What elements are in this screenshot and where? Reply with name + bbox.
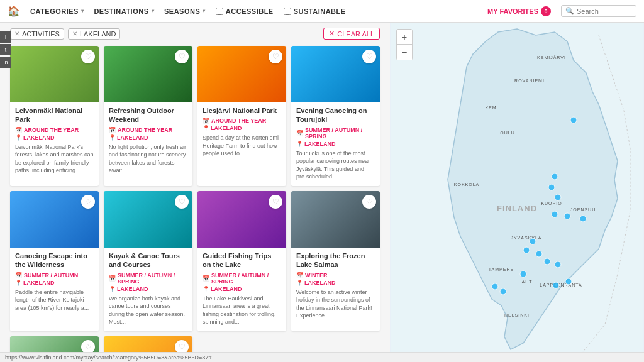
card-item[interactable]: ♡ Canoeing Escape into the Wilderness 📅 … [10, 191, 99, 331]
accessible-checkbox[interactable] [216, 8, 223, 15]
calendar-icon: 📅 [296, 130, 303, 136]
svg-text:LAPPEENRANTA: LAPPEENRANTA [540, 283, 582, 287]
card-title: Liesjärvi National Park [203, 106, 281, 115]
card-description: Tourujoki is one of the most popular can… [296, 150, 375, 181]
accessible-checkbox-label[interactable]: ACCESSIBLE [216, 8, 274, 15]
card-description: Spend a day at the Korteniemi Heritage F… [203, 134, 281, 158]
card-body: Exploring the Frozen Lake Saimaa 📅 WINTE… [291, 248, 380, 325]
pin-icon: 📍 [203, 125, 209, 131]
calendar-icon: 📅 [296, 272, 303, 278]
zoom-out-button[interactable]: − [397, 45, 412, 60]
favorite-heart-button[interactable]: ♡ [175, 195, 189, 209]
card-body: Refreshing Outdoor Weekend 📅 AROUND THE … [104, 102, 192, 180]
clear-all-button[interactable]: ✕ CLEAR ALL [323, 28, 380, 40]
svg-point-26 [492, 283, 498, 290]
filter-tag-activities[interactable]: ✕ ACTIVITIES [10, 28, 64, 40]
cards-grid: ♡ Leivonmäki National Park 📅 AROUND THE … [10, 46, 380, 362]
svg-text:KEMI: KEMI [485, 106, 498, 110]
card-item[interactable]: ♡ Refreshing Outdoor Weekend 📅 AROUND TH… [104, 46, 192, 186]
sustainable-checkbox[interactable] [284, 8, 291, 15]
calendar-icon: 📅 [203, 275, 209, 282]
search-box[interactable]: 🔍 [561, 5, 636, 17]
svg-text:FINLAND: FINLAND [497, 204, 537, 213]
calendar-icon: 📅 [203, 118, 209, 124]
favorite-heart-button[interactable]: ♡ [362, 195, 376, 209]
card-title: Exploring the Frozen Lake Saimaa [296, 251, 375, 270]
card-season: 📅 SUMMER / AUTUMN / SPRING [296, 127, 375, 140]
map-zoom-controls: + − [396, 29, 413, 60]
svg-point-15 [552, 173, 558, 180]
card-item[interactable]: ♡ Leivonmäki National Park 📅 AROUND THE … [10, 46, 99, 186]
card-location: 📍 LAKELAND [109, 134, 187, 141]
status-url: https://www.visitfinland.com/mystay/sear… [5, 354, 211, 361]
my-favorites-button[interactable]: MY FAVORITES 0 [487, 6, 551, 16]
favorite-heart-button[interactable]: ♡ [81, 50, 95, 63]
card-item[interactable]: ♡ Exploring the Frozen Lake Saimaa 📅 WIN… [291, 191, 380, 331]
filter-tag-lakeland[interactable]: ✕ LAKELAND [68, 28, 120, 40]
search-icon: 🔍 [565, 7, 574, 15]
filter-tags-row: ✕ ACTIVITIES ✕ LAKELAND ✕ CLEAR ALL [10, 28, 380, 40]
pin-icon: 📍 [203, 286, 209, 292]
calendar-icon: 📅 [15, 272, 22, 278]
svg-point-21 [530, 238, 536, 244]
twitter-icon[interactable]: t [0, 44, 11, 55]
card-season: 📅 AROUND THE YEAR [203, 118, 281, 124]
remove-lakeland-icon[interactable]: ✕ [72, 30, 77, 37]
search-input[interactable] [577, 8, 632, 15]
favorite-heart-button[interactable]: ♡ [81, 195, 95, 209]
card-season: 📅 AROUND THE YEAR [109, 127, 187, 133]
remove-activities-icon[interactable]: ✕ [14, 30, 19, 37]
card-title: Canoeing Escape into the Wilderness [15, 251, 94, 270]
card-title: Refreshing Outdoor Weekend [109, 106, 187, 124]
facebook-icon[interactable]: f [0, 31, 11, 43]
clear-all-label: CLEAR ALL [337, 30, 374, 38]
card-location: 📍 LAKELAND [203, 286, 281, 292]
favorite-heart-button[interactable]: ♡ [175, 50, 189, 63]
card-location: 📍 LAKELAND [15, 280, 94, 286]
card-item[interactable]: ♡ Liesjärvi National Park 📅 AROUND THE Y… [197, 46, 286, 186]
nav-destinations[interactable]: DESTINATIONS ▾ [94, 8, 154, 15]
card-title: Guided Fishing Trips on the Lake [203, 251, 281, 270]
svg-text:LAHTI: LAHTI [519, 280, 535, 284]
svg-text:ROVANIEMI: ROVANIEMI [514, 79, 545, 83]
card-body: Leivonmäki National Park 📅 AROUND THE YE… [10, 102, 99, 180]
svg-point-28 [520, 271, 526, 277]
side-social-bar: f t in [0, 31, 11, 68]
nav-categories[interactable]: CATEGORIES ▾ [30, 8, 84, 15]
chevron-down-icon: ▾ [203, 8, 206, 14]
card-season: 📅 SUMMER / AUTUMN / SPRING [109, 272, 187, 285]
card-item[interactable]: ♡ Evening Canoeing on Tourujoki 📅 SUMMER… [291, 46, 380, 186]
sustainable-checkbox-label[interactable]: SUSTAINABLE [284, 8, 346, 15]
home-icon[interactable]: 🏠 [8, 5, 20, 17]
favorite-heart-button[interactable]: ♡ [269, 50, 282, 63]
card-body: Kayak & Canoe Tours and Courses 📅 SUMMER… [104, 248, 192, 331]
card-location: 📍 LAKELAND [296, 280, 375, 286]
svg-point-29 [553, 282, 559, 288]
svg-text:HELSINKI: HELSINKI [504, 313, 530, 317]
nav-seasons[interactable]: SEASONS ▾ [164, 8, 206, 15]
card-location: 📍 LAKELAND [203, 125, 281, 131]
card-title: Leivonmäki National Park [15, 106, 94, 124]
svg-text:OULU: OULU [500, 131, 514, 135]
card-item[interactable]: ♡ Kayak & Canoe Tours and Courses 📅 SUMM… [104, 191, 192, 331]
main-header: 🏠 CATEGORIES ▾ DESTINATIONS ▾ SEASONS ▾ … [0, 0, 644, 23]
svg-point-17 [555, 194, 561, 200]
card-image: ♡ [10, 191, 99, 248]
card-description: Paddle the entire navigable length of th… [15, 288, 94, 312]
card-image: ♡ [291, 46, 380, 102]
zoom-in-button[interactable]: + [397, 30, 412, 45]
card-location: 📍 LAKELAND [296, 141, 375, 147]
filter-tag-activities-label: ACTIVITIES [22, 30, 60, 38]
favorite-heart-button[interactable]: ♡ [269, 195, 282, 209]
instagram-icon[interactable]: in [0, 57, 11, 68]
filter-tag-lakeland-label: LAKELAND [80, 30, 116, 38]
card-title: Kayak & Canoe Tours and Courses [109, 251, 187, 270]
favorite-heart-button[interactable]: ♡ [362, 50, 376, 63]
chevron-down-icon: ▾ [152, 8, 155, 14]
svg-point-14 [570, 117, 577, 123]
svg-text:JYVÄSKYLÄ: JYVÄSKYLÄ [511, 236, 541, 240]
svg-point-19 [564, 213, 570, 219]
svg-point-27 [500, 288, 506, 295]
card-item[interactable]: ♡ Guided Fishing Trips on the Lake 📅 SUM… [197, 191, 286, 331]
card-image: ♡ [197, 46, 286, 102]
